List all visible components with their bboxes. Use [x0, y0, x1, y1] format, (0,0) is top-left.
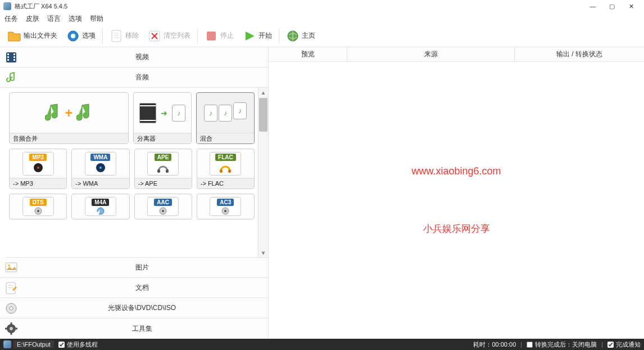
- svg-rect-14: [7, 56, 9, 58]
- close-button[interactable]: ✕: [622, 1, 641, 11]
- film-icon: [4, 51, 18, 64]
- menu-lang[interactable]: 语言: [47, 14, 61, 24]
- category-audio-label: 音频: [20, 73, 264, 82]
- status-shutdown[interactable]: 转换完成后：关闭电脑: [527, 340, 597, 349]
- menu-task[interactable]: 任务: [4, 14, 18, 24]
- note-file-icon: ♪: [233, 102, 247, 119]
- tile-flac-label: -> FLAC: [197, 178, 254, 189]
- start-button[interactable]: 开始: [239, 27, 275, 45]
- category-audio[interactable]: 音频: [0, 68, 268, 88]
- category-disc-label: 光驱设备\DVD\CD\ISO: [20, 303, 264, 313]
- svg-rect-2: [112, 30, 121, 42]
- overlay-text: 小兵娱乐网分享: [423, 222, 490, 235]
- column-headers: 预览 来源 输出 / 转换状态: [269, 47, 644, 62]
- menu-skin[interactable]: 皮肤: [26, 14, 39, 24]
- tile-audio-join-label: 音频合并: [10, 133, 128, 143]
- svg-point-28: [37, 210, 39, 212]
- window-title: 格式工厂 X64 5.4.5: [15, 2, 583, 11]
- tile-mp3[interactable]: MP3 -> MP3: [9, 149, 67, 189]
- tile-m4a[interactable]: M4A: [71, 194, 129, 219]
- svg-rect-16: [13, 53, 15, 55]
- category-video[interactable]: 视频: [0, 47, 268, 68]
- svg-rect-15: [7, 59, 9, 61]
- col-preview[interactable]: 预览: [269, 47, 347, 61]
- status-elapsed-value: 00:00:00: [492, 341, 516, 348]
- tile-wma[interactable]: WMA -> WMA: [71, 149, 129, 189]
- status-multithread[interactable]: 使用多线程: [58, 340, 98, 349]
- badge-m4a: M4A: [92, 199, 109, 206]
- tile-splitter[interactable]: ➜ ♪ 分离器: [133, 92, 192, 144]
- tile-ape-label: -> APE: [135, 178, 192, 189]
- category-image[interactable]: 图片: [0, 258, 268, 278]
- audio-grid-area: + 音频合并 ➜ ♪ 分离器: [6, 88, 268, 258]
- film-icon: [139, 103, 156, 123]
- options-button[interactable]: 选项: [63, 27, 99, 45]
- separator: [279, 28, 279, 44]
- left-pane: 视频 音频 + 音频合并: [0, 47, 269, 339]
- tile-audio-join[interactable]: + 音频合并: [9, 92, 129, 144]
- overlay-url: www.xiaobing6.com: [411, 165, 501, 177]
- svg-rect-24: [166, 169, 169, 173]
- col-source[interactable]: 来源: [347, 47, 515, 61]
- svg-point-40: [10, 307, 13, 310]
- tile-ape[interactable]: APE -> APE: [134, 149, 192, 189]
- remove-button[interactable]: 移除: [106, 27, 142, 45]
- badge-mp3: MP3: [29, 154, 47, 161]
- svg-point-35: [8, 264, 10, 267]
- stop-button[interactable]: 停止: [201, 27, 237, 45]
- stop-label: 停止: [220, 31, 234, 41]
- category-disc[interactable]: 光驱设备\DVD\CD\ISO: [0, 298, 268, 318]
- menu-help[interactable]: 帮助: [90, 14, 103, 24]
- category-doc[interactable]: 文档: [0, 278, 268, 298]
- maximize-button[interactable]: ▢: [602, 1, 622, 11]
- minimize-button[interactable]: —: [583, 1, 602, 11]
- clear-button[interactable]: 清空列表: [144, 27, 194, 45]
- col-output[interactable]: 输出 / 转换状态: [515, 47, 644, 61]
- scroll-thumb[interactable]: [259, 98, 267, 132]
- tile-flac[interactable]: FLAC -> FLAC: [197, 149, 255, 189]
- svg-point-31: [162, 210, 164, 212]
- scroll-down-icon[interactable]: ▼: [258, 248, 268, 257]
- multithread-checkbox[interactable]: [58, 342, 65, 348]
- category-tools-label: 工具集: [20, 324, 264, 334]
- music-note-icon: [4, 71, 18, 84]
- notify-checkbox[interactable]: [607, 342, 614, 348]
- menu-options[interactable]: 选项: [69, 14, 82, 24]
- note-file-icon: ♪: [219, 105, 232, 122]
- tile-mix[interactable]: ♪ ♪ ♪ 混合: [196, 92, 255, 144]
- tile-aac[interactable]: AAC: [134, 194, 192, 219]
- separator: [102, 28, 103, 44]
- svg-rect-9: [207, 32, 216, 41]
- options-label: 选项: [82, 31, 96, 41]
- svg-rect-25: [220, 169, 223, 173]
- separator: [197, 28, 198, 44]
- output-folder-button[interactable]: 输出文件夹: [4, 27, 61, 45]
- scrollbar[interactable]: ▲ ▼: [258, 88, 268, 257]
- svg-point-20: [37, 167, 39, 169]
- category-tools[interactable]: 工具集: [0, 318, 268, 339]
- category-image-label: 图片: [20, 263, 264, 272]
- status-output-path[interactable]: E:\FFOutput: [13, 340, 54, 348]
- folder-icon: [8, 29, 21, 43]
- shutdown-checkbox[interactable]: [527, 342, 533, 348]
- document-edit-icon: [4, 281, 18, 295]
- task-list-empty: www.xiaobing6.com 小兵娱乐网分享: [269, 62, 644, 339]
- badge-aac: AAC: [154, 199, 172, 206]
- svg-rect-26: [228, 169, 231, 173]
- start-label: 开始: [258, 31, 272, 41]
- status-notify[interactable]: 完成通知: [607, 340, 641, 349]
- badge-ape: APE: [155, 154, 172, 161]
- disc-icon: [4, 302, 18, 315]
- badge-wma: WMA: [90, 154, 110, 161]
- title-bar: 格式工厂 X64 5.4.5 — ▢ ✕: [0, 0, 644, 12]
- home-button[interactable]: 主页: [283, 27, 319, 45]
- tile-ac3[interactable]: AC3: [197, 194, 255, 219]
- tile-splitter-label: 分离器: [134, 133, 191, 143]
- scroll-up-icon[interactable]: ▲: [258, 88, 268, 97]
- clear-icon: [148, 29, 161, 43]
- svg-rect-23: [157, 169, 160, 173]
- tile-dts[interactable]: DTS: [9, 194, 67, 219]
- svg-rect-36: [6, 282, 15, 294]
- clear-label: 清空列表: [164, 31, 191, 41]
- tile-mix-label: 混合: [197, 133, 254, 143]
